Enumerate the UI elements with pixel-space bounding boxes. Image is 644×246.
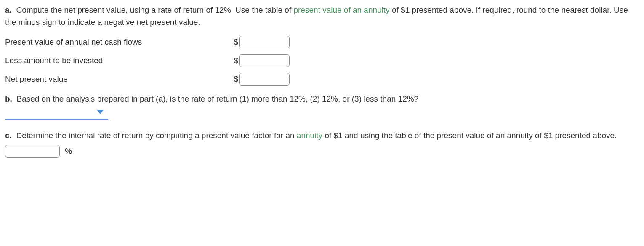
part-c-prompt: c. Determine the internal rate of return…	[5, 130, 639, 142]
pv-cashflows-input[interactable]	[239, 36, 290, 48]
row-pv-cashflows: Present value of annual net cash flows $	[5, 36, 639, 48]
part-a-text-1: Compute the net present value, using a r…	[16, 5, 293, 14]
dollar-prefix: $	[232, 36, 238, 48]
part-c-input-row: %	[5, 145, 639, 158]
part-a-inputs: Present value of annual net cash flows $…	[5, 36, 639, 86]
part-a-prompt: a. Compute the net present value, using …	[5, 4, 639, 28]
part-c-text-2: of $1 and using the table of the present…	[322, 131, 617, 140]
percent-symbol: %	[65, 145, 72, 158]
part-c-block: c. Determine the internal rate of return…	[5, 130, 639, 158]
chevron-down-icon	[96, 110, 104, 114]
row-npv-label: Net present value	[5, 73, 232, 86]
row-pv-cashflows-label: Present value of annual net cash flows	[5, 36, 232, 48]
row-npv: Net present value $	[5, 73, 639, 86]
part-c-text-1: Determine the internal rate of return by…	[16, 131, 296, 140]
annuity-link[interactable]: annuity	[297, 131, 322, 140]
dollar-prefix: $	[232, 73, 238, 86]
pv-annuity-link[interactable]: present value of an annuity	[293, 5, 389, 14]
part-c-label: c.	[5, 131, 12, 140]
part-b-prompt: b. Based on the analysis prepared in par…	[5, 93, 639, 105]
part-b-text: Based on the analysis prepared in part (…	[16, 94, 418, 103]
question-container: a. Compute the net present value, using …	[5, 4, 639, 158]
part-b-block: b. Based on the analysis prepared in par…	[5, 93, 639, 120]
npv-input[interactable]	[239, 73, 290, 86]
part-a-block: a. Compute the net present value, using …	[5, 4, 639, 86]
part-b-label: b.	[5, 94, 12, 103]
dollar-prefix: $	[232, 55, 238, 67]
dropdown-line	[5, 110, 108, 120]
row-investment: Less amount to be invested $	[5, 54, 639, 67]
investment-input[interactable]	[239, 54, 290, 67]
part-a-label: a.	[5, 5, 12, 14]
row-investment-label: Less amount to be invested	[5, 55, 232, 67]
part-b-dropdown[interactable]	[5, 110, 639, 120]
irr-input[interactable]	[5, 145, 60, 158]
